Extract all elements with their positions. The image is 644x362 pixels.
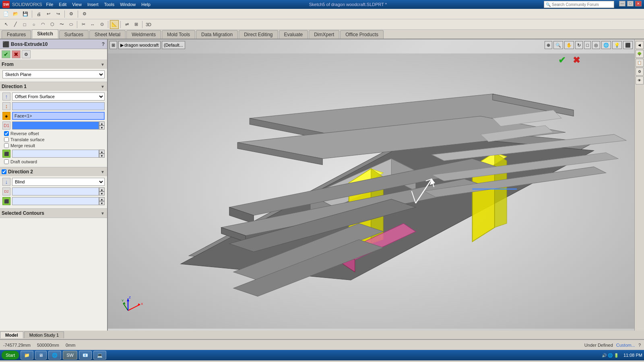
thin-down-arrow[interactable]: ▼ bbox=[99, 154, 105, 158]
vp-section-btn[interactable]: ⬛ bbox=[623, 41, 633, 49]
tab-weldments[interactable]: Weldments bbox=[126, 30, 161, 39]
end-condition-icon[interactable]: ↑ bbox=[2, 93, 10, 101]
motion-study-tab[interactable]: Motion Study 1 bbox=[24, 331, 64, 338]
end-condition-dropdown[interactable]: Offset From Surface bbox=[12, 93, 105, 101]
direction2-enable-checkbox[interactable] bbox=[2, 169, 6, 174]
from-type-dropdown[interactable]: Sketch Plane bbox=[2, 70, 105, 78]
menu-window[interactable]: Window bbox=[118, 2, 137, 7]
vp-display-btn[interactable]: ◎ bbox=[592, 41, 600, 49]
menu-insert[interactable]: Insert bbox=[86, 2, 100, 7]
tab-moldtools[interactable]: Mold Tools bbox=[162, 30, 195, 39]
undo-btn[interactable]: ↩ bbox=[44, 10, 53, 19]
tab-office-products[interactable]: Office Products bbox=[340, 30, 384, 39]
print-btn[interactable]: 🖨 bbox=[34, 10, 43, 19]
viewport-reject-button[interactable]: ✖ bbox=[571, 55, 582, 66]
tab-sketch[interactable]: Sketch bbox=[32, 29, 58, 39]
menu-view[interactable]: View bbox=[70, 2, 83, 7]
pattern-btn[interactable]: ⊞ bbox=[132, 20, 140, 29]
direction1-header[interactable]: Direction 1 ▼ bbox=[0, 82, 107, 91]
thin-up-arrow[interactable]: ▲ bbox=[99, 150, 105, 154]
vp-zoom-to-fit[interactable]: ⊕ bbox=[545, 41, 552, 49]
circle-btn[interactable]: ○ bbox=[29, 20, 38, 29]
cancel-button[interactable]: ✖ bbox=[12, 50, 21, 58]
dir2-down-arrow[interactable]: ▼ bbox=[99, 191, 105, 195]
tab-dimxpert[interactable]: DimXpert bbox=[309, 30, 339, 39]
dir2-up-arrow[interactable]: ▲ bbox=[99, 187, 105, 191]
rect-btn[interactable]: □ bbox=[20, 20, 29, 29]
rs-expand-btn[interactable]: ◀ bbox=[636, 41, 644, 49]
rebuild-btn[interactable]: ⚙ bbox=[67, 10, 76, 19]
taskbar-file-explorer[interactable]: 📁 bbox=[21, 351, 33, 360]
viewport[interactable]: ⊞ ▶ dragon woodcraft (Default... ⊕ 🔍 ✋ ↻… bbox=[108, 39, 634, 331]
save-btn[interactable]: 💾 bbox=[21, 10, 30, 19]
close-button[interactable]: ✕ bbox=[635, 1, 642, 6]
menu-help[interactable]: Help bbox=[140, 2, 152, 7]
search-box[interactable]: 🔍 bbox=[544, 1, 614, 8]
model-tab[interactable]: Model bbox=[0, 331, 23, 338]
extend-btn[interactable]: ↔ bbox=[88, 20, 97, 29]
tab-datamigration[interactable]: Data Migration bbox=[196, 30, 238, 39]
redo-btn[interactable]: ↪ bbox=[54, 10, 62, 19]
vp-pan-btn[interactable]: ✋ bbox=[564, 41, 574, 49]
dir2-draft-up[interactable]: ▲ bbox=[99, 197, 105, 201]
dir2-type-dropdown[interactable]: Blind bbox=[12, 178, 105, 186]
ok-button[interactable]: ✔ bbox=[2, 50, 10, 58]
taskbar-app[interactable]: 💻 bbox=[93, 351, 106, 360]
vp-view-orient-btn[interactable]: □ bbox=[584, 41, 591, 49]
viewport-accept-button[interactable]: ✔ bbox=[556, 55, 568, 66]
dimension-btn[interactable]: 📐 bbox=[110, 20, 119, 29]
taskbar-browser[interactable]: 🌐 bbox=[48, 351, 61, 360]
sketch-3d-btn[interactable]: 3D bbox=[144, 20, 153, 29]
rs-config-btn[interactable]: ⚙ bbox=[636, 68, 644, 76]
vp-appearance-btn[interactable]: 🌐 bbox=[601, 41, 611, 49]
vp-rotate-btn[interactable]: ↻ bbox=[575, 41, 583, 49]
tab-surfaces[interactable]: Surfaces bbox=[59, 30, 89, 39]
menu-edit[interactable]: Edit bbox=[57, 2, 68, 7]
polygon-btn[interactable]: ⬡ bbox=[48, 20, 57, 29]
vp-zoom-btn[interactable]: 🔍 bbox=[553, 41, 563, 49]
taskbar-desktop[interactable]: 🖥 bbox=[35, 351, 47, 360]
offset-down-arrow[interactable]: ▼ bbox=[99, 125, 105, 130]
offset-up-arrow[interactable]: ▲ bbox=[99, 121, 105, 125]
rs-properties-btn[interactable]: 📋 bbox=[636, 59, 644, 67]
merge-result-checkbox[interactable] bbox=[4, 143, 9, 148]
taskbar-sw[interactable]: SW bbox=[63, 351, 77, 360]
offset-btn[interactable]: ⊙ bbox=[97, 20, 106, 29]
start-button[interactable]: Start bbox=[2, 351, 19, 360]
trim-btn[interactable]: ✂ bbox=[79, 20, 88, 29]
taskbar-email[interactable]: 📧 bbox=[79, 351, 92, 360]
tab-evaluate[interactable]: Evaluate bbox=[279, 30, 308, 39]
menu-tools[interactable]: Tools bbox=[102, 2, 116, 7]
minimize-button[interactable]: — bbox=[619, 1, 625, 6]
selected-contours-header[interactable]: Selected Contours ▼ bbox=[0, 209, 107, 218]
vp-model-name[interactable]: ▶ dragon woodcraft bbox=[118, 41, 161, 49]
search-input[interactable] bbox=[552, 2, 612, 7]
rs-feature-tree-btn[interactable]: 🌳 bbox=[636, 50, 644, 58]
line-btn[interactable]: ╱ bbox=[11, 20, 20, 29]
translate-surface-checkbox[interactable] bbox=[4, 137, 9, 142]
tab-sheetmetal[interactable]: Sheet Metal bbox=[89, 30, 126, 39]
rs-display-btn[interactable]: 👁 bbox=[636, 76, 644, 84]
preview-button[interactable]: ⚙ bbox=[22, 50, 31, 58]
tab-direct-editing[interactable]: Direct Editing bbox=[239, 30, 278, 39]
face-input[interactable]: Face<1> bbox=[12, 112, 105, 120]
select-btn[interactable]: ↖ bbox=[2, 20, 10, 29]
draft-outward-checkbox[interactable] bbox=[4, 159, 9, 164]
from-section-header[interactable]: From ▼ bbox=[0, 60, 107, 69]
options-btn[interactable]: ⚙ bbox=[80, 10, 89, 19]
offset-distance-input[interactable]: 15.00mm bbox=[12, 121, 99, 130]
dir2-distance-icon[interactable]: D2 bbox=[2, 187, 10, 195]
maximize-button[interactable]: □ bbox=[627, 1, 634, 6]
help-icon[interactable]: ? bbox=[638, 343, 641, 348]
thin-distance-input[interactable] bbox=[12, 150, 99, 158]
dir2-distance-input[interactable]: 25.00mm bbox=[12, 187, 99, 195]
vp-tree-btn[interactable]: ⊞ bbox=[109, 41, 117, 49]
spline-btn[interactable]: 〜 bbox=[57, 20, 66, 29]
panel-help-btn[interactable]: ? bbox=[102, 41, 105, 47]
vp-lights-btn[interactable]: 💡 bbox=[612, 41, 622, 49]
arc-btn[interactable]: ◠ bbox=[39, 20, 47, 29]
dir2-draft-input[interactable] bbox=[12, 197, 99, 205]
offset-distance-icon[interactable]: D1 bbox=[2, 121, 10, 130]
reverse-offset-checkbox[interactable] bbox=[4, 131, 9, 136]
mirror-btn[interactable]: ⇌ bbox=[122, 20, 131, 29]
